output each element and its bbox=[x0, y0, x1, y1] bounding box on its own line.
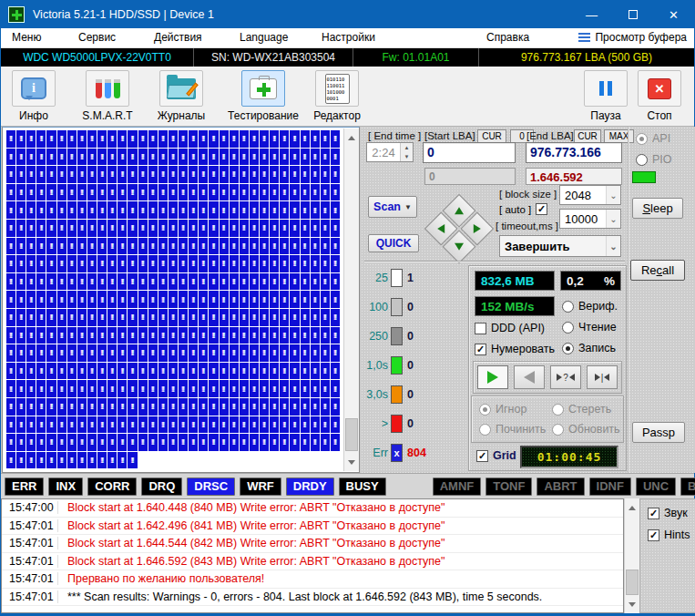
register-drdy[interactable]: DRDY bbox=[286, 477, 334, 496]
hints-checkbox-row[interactable]: ✓ Hints bbox=[648, 529, 690, 541]
register-corr[interactable]: CORR bbox=[87, 477, 137, 496]
hints-checkbox[interactable]: ✓ bbox=[648, 529, 659, 541]
start-lba-input[interactable]: 0 bbox=[423, 142, 516, 163]
quick-button[interactable]: QUICK bbox=[368, 234, 419, 252]
grid-checkbox-row[interactable]: ✓ Grid bbox=[476, 449, 516, 462]
register-amnf[interactable]: AMNF bbox=[433, 477, 482, 496]
scan-button[interactable]: Scan▼ bbox=[368, 196, 417, 218]
menu-item-3[interactable]: Действия bbox=[154, 31, 202, 44]
grid-scroll-up-icon[interactable] bbox=[344, 128, 359, 143]
end-lba-input[interactable]: 976.773.166 bbox=[526, 142, 622, 163]
register-wrf[interactable]: WRF bbox=[240, 477, 281, 496]
write-radio[interactable] bbox=[562, 343, 574, 354]
menu-item-4[interactable]: Language bbox=[240, 31, 288, 44]
passp-button[interactable]: Passp bbox=[632, 422, 685, 443]
log-scroll-thumb[interactable] bbox=[626, 570, 639, 595]
scan-block: ! bbox=[270, 220, 279, 237]
numerate-checkbox-row[interactable]: ✓ Нумеровать bbox=[475, 343, 555, 355]
numerate-checkbox[interactable]: ✓ bbox=[475, 344, 486, 355]
menu-item-1[interactable]: Меню bbox=[12, 31, 41, 44]
play-back-button[interactable] bbox=[514, 365, 545, 389]
scan-block: ! bbox=[6, 238, 15, 255]
sleep-button[interactable]: Sleep bbox=[632, 198, 683, 219]
scan-block: ! bbox=[321, 201, 330, 219]
minimize-button[interactable]: — bbox=[571, 1, 612, 28]
register-unc[interactable]: UNC bbox=[636, 477, 676, 496]
log-scroll-down-icon[interactable] bbox=[625, 599, 639, 613]
stop-button[interactable]: ✕ Стоп bbox=[637, 70, 682, 122]
scan-block: ! bbox=[67, 238, 77, 255]
scan-block: ! bbox=[36, 184, 46, 201]
timeout-combo[interactable]: 10000⌄ bbox=[559, 209, 621, 229]
grid-scroll-thumb[interactable] bbox=[345, 418, 358, 451]
sound-label: Звук bbox=[664, 507, 688, 519]
scan-block: ! bbox=[16, 291, 26, 308]
register-abrt[interactable]: ABRT bbox=[537, 477, 584, 496]
scan-block: ! bbox=[6, 291, 15, 308]
register-busy[interactable]: BUSY bbox=[339, 477, 386, 496]
menu-item-2[interactable]: Сервис bbox=[78, 31, 116, 44]
scan-block: ! bbox=[270, 238, 279, 255]
journals-label: Журналы bbox=[158, 109, 205, 122]
grid-scroll-down-icon[interactable] bbox=[344, 457, 359, 471]
scan-block: ! bbox=[87, 434, 97, 451]
end-lba-max-button[interactable]: MAX bbox=[604, 129, 634, 143]
read-radio[interactable] bbox=[562, 322, 574, 334]
menu-item-6[interactable]: Справка bbox=[486, 31, 529, 44]
register-bbk[interactable]: BBK bbox=[680, 477, 695, 496]
close-button[interactable]: ✕ bbox=[653, 1, 694, 28]
scan-block: ! bbox=[138, 344, 148, 362]
grid-scrollbar[interactable] bbox=[343, 128, 359, 471]
seek-question-button[interactable]: ? bbox=[550, 365, 581, 389]
scan-block: ! bbox=[179, 363, 188, 380]
verify-radio[interactable] bbox=[562, 301, 574, 313]
log-scrollbar[interactable] bbox=[624, 498, 639, 613]
register-drq[interactable]: DRQ bbox=[141, 477, 182, 496]
log-row: 15:47:00Block start at 1.640.448 (840 MB… bbox=[2, 499, 623, 518]
register-tonf[interactable]: TONF bbox=[485, 477, 532, 496]
after-scan-action-combo[interactable]: Завершить⌄ bbox=[499, 235, 621, 257]
pause-button[interactable]: Пауза bbox=[580, 70, 631, 122]
scan-block: ! bbox=[158, 273, 168, 291]
recall-button[interactable]: Recall bbox=[630, 260, 685, 281]
scan-block: ! bbox=[118, 149, 127, 166]
log-scroll-up-icon[interactable] bbox=[625, 498, 639, 513]
auto-checkbox[interactable]: ✓ bbox=[536, 203, 547, 215]
journals-button[interactable]: Журналы bbox=[152, 70, 210, 122]
read-radio-row[interactable]: Чтение bbox=[562, 321, 617, 334]
end-time-spinner[interactable]: 2:24 ▲▼ bbox=[366, 142, 414, 162]
info-button[interactable]: i Инфо bbox=[8, 70, 59, 122]
scan-block: ! bbox=[250, 149, 259, 166]
sound-checkbox-row[interactable]: ✓ Звук bbox=[648, 507, 688, 519]
ddd-checkbox-row[interactable]: DDD (API) bbox=[475, 322, 545, 334]
scan-block: ! bbox=[77, 184, 87, 201]
verify-radio-row[interactable]: Вериф. bbox=[562, 300, 618, 313]
start-lba-cur-button[interactable]: CUR bbox=[477, 129, 506, 143]
register-drsc[interactable]: DRSC bbox=[187, 477, 235, 496]
scan-block: ! bbox=[67, 327, 77, 344]
scan-block: ! bbox=[97, 238, 107, 255]
write-radio-row[interactable]: Запись bbox=[562, 342, 616, 354]
maximize-button[interactable] bbox=[612, 1, 653, 28]
grid-checkbox[interactable]: ✓ bbox=[476, 450, 488, 462]
counter-value: 0 bbox=[407, 388, 414, 401]
scan-block: ! bbox=[97, 380, 107, 397]
testing-button[interactable]: Тестирование bbox=[220, 70, 307, 122]
seek-end-button[interactable]: | bbox=[587, 365, 618, 389]
buffer-view-button[interactable]: Просмотр буфера bbox=[578, 31, 687, 44]
register-err[interactable]: ERR bbox=[5, 477, 44, 496]
sound-checkbox[interactable]: ✓ bbox=[648, 508, 659, 519]
scan-block: ! bbox=[16, 309, 26, 326]
end-lba-cur-button[interactable]: CUR bbox=[574, 129, 601, 143]
scan-block: ! bbox=[57, 184, 66, 201]
block-size-combo[interactable]: 2048⌄ bbox=[559, 185, 621, 205]
scan-block: ! bbox=[97, 166, 107, 183]
play-forward-button[interactable] bbox=[477, 365, 508, 389]
scan-block: ! bbox=[138, 434, 148, 451]
register-inx[interactable]: INX bbox=[48, 477, 83, 496]
register-idnf[interactable]: IDNF bbox=[589, 477, 631, 496]
menu-item-5[interactable]: Настройки bbox=[322, 31, 375, 44]
ddd-checkbox[interactable] bbox=[475, 323, 486, 334]
smart-button[interactable]: S.M.A.R.T bbox=[76, 70, 139, 122]
editor-button[interactable]: 0101101100111010000001 Редактор bbox=[307, 70, 367, 122]
